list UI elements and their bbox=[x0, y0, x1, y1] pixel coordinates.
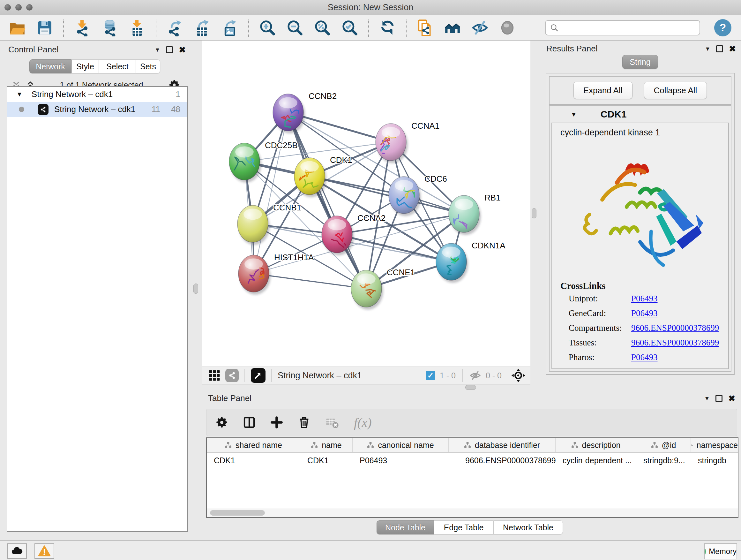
open-in-new-window-icon[interactable] bbox=[251, 368, 266, 383]
hide-details-eye-icon[interactable] bbox=[471, 19, 489, 37]
import-table-from-file-icon[interactable] bbox=[128, 19, 146, 37]
expand-all-button[interactable]: Expand All bbox=[574, 82, 632, 99]
search-input[interactable] bbox=[562, 23, 695, 33]
crosslink-link[interactable]: P06493 bbox=[631, 294, 658, 304]
table-header-row: shared name name canonical name database… bbox=[207, 438, 738, 453]
selected-checkbox-icon[interactable]: ✓ bbox=[426, 371, 435, 380]
table-horizontal-scrollbar[interactable] bbox=[207, 509, 738, 517]
panel-menu-icon[interactable]: ▼ bbox=[704, 395, 710, 401]
network-edge[interactable] bbox=[254, 112, 288, 273]
crosslink-link[interactable]: P06493 bbox=[631, 353, 658, 362]
left-splitter-handle[interactable] bbox=[193, 284, 198, 294]
tab-node-table[interactable]: Node Table bbox=[377, 520, 434, 535]
network-view-toolbar: String Network – cdk1 ✓ 1 - 0 0 - 0 bbox=[202, 367, 530, 384]
network-share-icon[interactable] bbox=[225, 369, 239, 382]
tab-edge-table[interactable]: Edge Table bbox=[434, 520, 493, 535]
zoom-selected-icon[interactable] bbox=[341, 19, 359, 37]
export-table-icon[interactable] bbox=[193, 19, 211, 37]
tab-select[interactable]: Select bbox=[99, 59, 136, 73]
collapse-triangle-icon[interactable]: ▼ bbox=[16, 91, 23, 98]
network-row-selected[interactable]: String Network – cdk1 11 48 bbox=[7, 102, 187, 117]
show-columns-icon[interactable] bbox=[243, 416, 256, 429]
column-header[interactable]: namespace bbox=[691, 438, 738, 452]
tab-string[interactable]: String bbox=[622, 55, 658, 69]
network-node-count: 11 bbox=[151, 105, 160, 114]
toolbar-divider bbox=[462, 369, 463, 382]
tab-network-table[interactable]: Network Table bbox=[493, 520, 563, 535]
control-panel: Control Panel ▼ ✖ Network Style Select S… bbox=[3, 43, 189, 540]
memory-button[interactable]: Memory bbox=[704, 543, 737, 559]
column-header[interactable]: shared name bbox=[207, 438, 300, 452]
column-header[interactable]: name bbox=[300, 438, 353, 452]
toolbar-search[interactable] bbox=[545, 20, 700, 36]
table-settings-gear-icon[interactable] bbox=[215, 416, 228, 429]
help-icon[interactable]: ? bbox=[714, 19, 731, 37]
add-column-icon[interactable] bbox=[270, 416, 283, 429]
node-label: CCNA1 bbox=[411, 121, 440, 131]
tab-style[interactable]: Style bbox=[71, 59, 99, 73]
export-network-icon[interactable] bbox=[166, 19, 184, 37]
network-edge[interactable] bbox=[288, 112, 366, 289]
panel-float-icon[interactable] bbox=[716, 395, 723, 402]
crosslink-link[interactable]: P06493 bbox=[631, 308, 658, 318]
scrollbar-thumb[interactable] bbox=[210, 510, 265, 516]
delete-column-trash-icon[interactable] bbox=[298, 416, 311, 429]
open-session-icon[interactable] bbox=[8, 19, 26, 37]
table-row[interactable]: CDK1 CDK1 P06493 9606.ENSP00000378699 cy… bbox=[207, 453, 738, 468]
cloud-status-button[interactable] bbox=[7, 543, 27, 559]
cdk1-entry-header[interactable]: ▼ CDK1 bbox=[549, 106, 731, 123]
birdseye-view-icon[interactable] bbox=[511, 368, 525, 382]
panel-float-icon[interactable] bbox=[166, 46, 173, 53]
crosslink-link[interactable]: 9606.ENSP00000378699 bbox=[631, 323, 719, 333]
grid-view-icon[interactable] bbox=[209, 370, 220, 381]
toolbar-separator bbox=[368, 19, 369, 37]
export-image-icon[interactable] bbox=[221, 19, 239, 37]
show-details-eye-icon[interactable] bbox=[498, 19, 516, 37]
import-network-from-file-icon[interactable] bbox=[73, 19, 91, 37]
collection-count: 1 bbox=[176, 89, 180, 99]
search-icon bbox=[550, 23, 558, 32]
function-builder-icon[interactable]: f(x) bbox=[354, 415, 372, 430]
bottom-splitter-handle[interactable] bbox=[465, 385, 476, 390]
panel-menu-icon[interactable]: ▼ bbox=[704, 46, 711, 52]
panel-close-icon[interactable]: ✖ bbox=[729, 45, 736, 53]
network-view-panel: CCNB2CCNA1CDC25BCDK1CDC6RB1CCNB1CCNA2CDK… bbox=[202, 41, 530, 384]
panel-menu-icon[interactable]: ▼ bbox=[154, 47, 160, 53]
column-header[interactable]: @id bbox=[636, 438, 691, 452]
collapse-all-button[interactable]: Collapse All bbox=[644, 82, 707, 99]
panel-close-icon[interactable]: ✖ bbox=[179, 46, 186, 54]
hidden-eye-slash-icon[interactable] bbox=[469, 369, 481, 381]
memory-status-dot bbox=[704, 549, 705, 555]
warning-status-button[interactable] bbox=[35, 543, 54, 559]
right-splitter-handle[interactable] bbox=[532, 208, 536, 219]
zoom-fit-icon[interactable] bbox=[313, 19, 331, 37]
toolbar-separator bbox=[63, 19, 64, 37]
crosslink-link[interactable]: 9606.ENSP00000378699 bbox=[631, 338, 719, 348]
crosslink-label: GeneCard: bbox=[569, 308, 631, 318]
refresh-icon[interactable] bbox=[379, 19, 396, 37]
panel-close-icon[interactable]: ✖ bbox=[728, 394, 735, 402]
delete-table-icon[interactable] bbox=[325, 415, 339, 429]
zoom-in-icon[interactable] bbox=[259, 19, 276, 37]
window-title: Session: New Session bbox=[0, 3, 741, 12]
crosslink-label: Tissues: bbox=[569, 338, 631, 348]
expand-collapse-box: Expand All Collapse All bbox=[549, 76, 731, 105]
zoom-out-icon[interactable] bbox=[286, 19, 304, 37]
column-header[interactable]: canonical name bbox=[353, 438, 449, 452]
paste-network-icon[interactable] bbox=[416, 19, 434, 37]
column-header[interactable]: description bbox=[556, 438, 636, 452]
results-panel: Results Panel ▼ ✖ String Expand All Coll… bbox=[539, 41, 741, 388]
import-network-from-database-icon[interactable] bbox=[101, 19, 119, 37]
control-panel-title: Control Panel bbox=[8, 45, 59, 55]
starter-panel-icon[interactable] bbox=[444, 19, 461, 37]
window-titlebar: Session: New Session bbox=[0, 0, 741, 15]
column-header[interactable]: database identifier bbox=[449, 438, 556, 452]
collapse-triangle-icon[interactable]: ▼ bbox=[570, 111, 577, 118]
panel-float-icon[interactable] bbox=[716, 45, 723, 52]
network-collection-row[interactable]: ▼ String Network – cdk1 1 bbox=[7, 87, 187, 102]
save-session-icon[interactable] bbox=[36, 19, 54, 37]
node-label: CDC25B bbox=[265, 140, 298, 150]
tab-sets[interactable]: Sets bbox=[136, 59, 160, 73]
network-canvas[interactable]: CCNB2CCNA1CDC25BCDK1CDC6RB1CCNB1CCNA2CDK… bbox=[202, 41, 530, 367]
tab-network[interactable]: Network bbox=[29, 59, 71, 73]
